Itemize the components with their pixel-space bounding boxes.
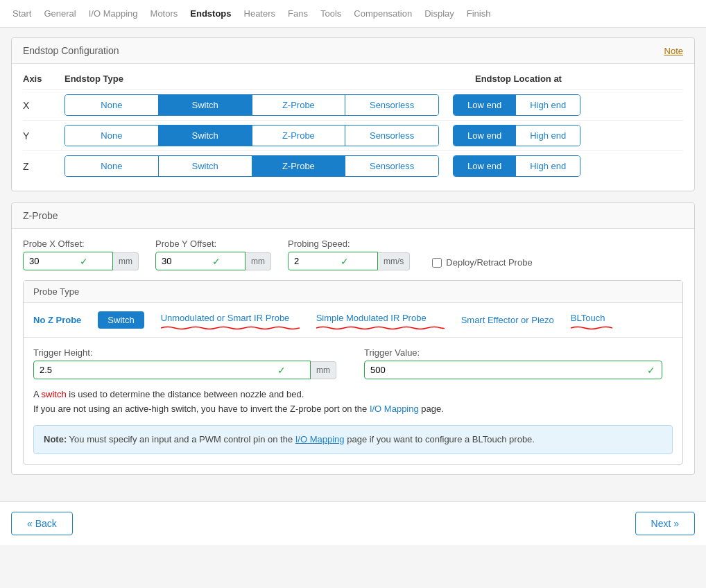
info-io-mapping-link[interactable]: I/O Mapping [370, 404, 419, 414]
location-group-y: Low end High end [453, 125, 580, 146]
top-nav: Start General I/O Mapping Motors Endstop… [0, 0, 706, 28]
type-switch-z[interactable]: Switch [159, 156, 252, 176]
probing-speed-group: Probing Speed: ✓ mm/s [288, 239, 410, 270]
nav-finish[interactable]: Finish [467, 8, 491, 19]
endstop-type-group-x: None Switch Z-Probe Sensorless [64, 94, 439, 116]
trigger-value-label: Trigger Value: [364, 347, 662, 358]
trigger-height-label: Trigger Height: [33, 347, 336, 358]
nav-fans[interactable]: Fans [288, 8, 308, 19]
endstop-card-title: Endstop Configuration [23, 45, 119, 56]
probing-speed-input[interactable] [288, 252, 378, 270]
note-box-strong: Note: [44, 434, 67, 444]
axis-label-z: Z [23, 161, 64, 172]
endstop-type-group-z: None Switch Z-Probe Sensorless [64, 155, 439, 177]
loc-low-y[interactable]: Low end [454, 126, 516, 146]
location-group-x: Low end High end [453, 94, 580, 116]
trigger-height-group: Trigger Height: ✓ mm [33, 347, 336, 379]
note-box: Note: You must specify an input and a PW… [33, 425, 673, 455]
type-sensorless-x[interactable]: Sensorless [345, 95, 438, 115]
probe-y-unit: mm [246, 252, 271, 270]
type-zprobe-z[interactable]: Z-Probe [252, 156, 346, 176]
probing-speed-label: Probing Speed: [288, 239, 410, 249]
type-switch-y[interactable]: Switch [159, 126, 252, 146]
probe-y-check-icon: ✓ [212, 256, 221, 267]
probing-speed-check-icon: ✓ [341, 256, 349, 267]
probe-tab-bltouch[interactable]: BLTouch [571, 310, 605, 326]
probing-speed-unit: mm/s [378, 252, 410, 270]
probe-y-offset-input[interactable] [155, 252, 246, 270]
probe-y-offset-group: Probe Y Offset: ✓ mm [155, 239, 271, 270]
probe-tab-switch[interactable]: Switch [98, 311, 144, 329]
type-sensorless-z[interactable]: Sensorless [345, 156, 438, 176]
trigger-height-input[interactable] [33, 361, 311, 379]
probe-tab-no-z-probe[interactable]: No Z Probe [33, 312, 81, 328]
note-io-mapping-link[interactable]: I/O Mapping [295, 434, 345, 444]
type-zprobe-y[interactable]: Z-Probe [252, 126, 346, 146]
trigger-value-group: Trigger Value: ✓ [364, 347, 662, 379]
loc-low-z[interactable]: Low end [454, 156, 516, 176]
col-header-type: Endstop Type [64, 74, 461, 84]
nav-tools[interactable]: Tools [320, 8, 341, 19]
type-sensorless-y[interactable]: Sensorless [345, 126, 438, 146]
type-switch-x[interactable]: Switch [159, 95, 252, 115]
endstop-card-header: Endstop Configuration Note [12, 38, 694, 64]
col-header-location: Endstop Location at [461, 74, 683, 84]
loc-high-y[interactable]: High end [516, 126, 580, 146]
type-none-x[interactable]: None [65, 95, 159, 115]
nav-compensation[interactable]: Compensation [354, 8, 412, 19]
loc-high-z[interactable]: High end [516, 156, 580, 176]
endstop-row-y: Y None Switch Z-Probe Sensorless Low end… [23, 120, 683, 150]
deploy-retract-checkbox[interactable] [432, 258, 442, 268]
nav-general[interactable]: General [44, 8, 76, 19]
nav-endstops[interactable]: Endstops [190, 8, 231, 19]
probe-type-tabs: No Z Probe Switch Unmodulated or Smart I… [24, 303, 682, 338]
nav-motors[interactable]: Motors [150, 8, 178, 19]
zprobe-card-header: Z-Probe [12, 203, 694, 229]
loc-high-x[interactable]: High end [516, 95, 580, 115]
next-button[interactable]: Next » [635, 512, 695, 535]
trigger-value-input[interactable] [364, 361, 662, 379]
probe-x-offset-group: Probe X Offset: ✓ mm [23, 239, 139, 270]
trigger-height-check-icon: ✓ [277, 365, 286, 376]
bottom-nav: « Back Next » [0, 501, 706, 545]
axis-label-y: Y [23, 130, 64, 141]
probe-y-offset-label: Probe Y Offset: [155, 239, 271, 249]
trigger-row: Trigger Height: ✓ mm Trigger [33, 347, 673, 379]
nav-display[interactable]: Display [424, 8, 454, 19]
probe-type-card: Probe Type No Z Probe Switch Unmodulated… [23, 280, 683, 465]
deploy-retract-label: Deploy/Retract Probe [446, 257, 532, 268]
location-group-z: Low end High end [453, 155, 580, 177]
probe-tab-unmodulated[interactable]: Unmodulated or Smart IR Probe [161, 310, 290, 326]
endstop-type-group-y: None Switch Z-Probe Sensorless [64, 125, 439, 146]
endstop-row-x: X None Switch Z-Probe Sensorless Low end… [23, 89, 683, 120]
nav-heaters[interactable]: Heaters [244, 8, 276, 19]
zprobe-card-body: Probe X Offset: ✓ mm Probe Y Offset: [12, 229, 694, 474]
deploy-retract-group: Deploy/Retract Probe [432, 257, 532, 270]
probing-speed-input-row: ✓ mm/s [288, 252, 410, 270]
probe-x-check-icon: ✓ [80, 256, 88, 267]
trigger-value-check-icon: ✓ [647, 365, 655, 376]
probe-type-body: Trigger Height: ✓ mm Trigger [24, 338, 682, 464]
zprobe-card: Z-Probe Probe X Offset: ✓ mm [11, 202, 695, 475]
simple-modulated-underline [316, 326, 445, 330]
type-none-y[interactable]: None [65, 126, 159, 146]
type-none-z[interactable]: None [65, 156, 159, 176]
probe-x-unit: mm [113, 252, 139, 270]
trigger-height-input-row: ✓ mm [33, 361, 336, 379]
nav-io-mapping[interactable]: I/O Mapping [89, 8, 138, 19]
type-zprobe-x[interactable]: Z-Probe [252, 95, 346, 115]
loc-low-x[interactable]: Low end [454, 95, 516, 115]
zprobe-card-title: Z-Probe [23, 210, 58, 221]
probe-tab-simple-modulated[interactable]: Simple Modulated IR Probe [316, 310, 427, 326]
back-button[interactable]: « Back [11, 512, 73, 535]
info-text: A switch is used to determine the distan… [33, 388, 673, 417]
nav-start[interactable]: Start [12, 8, 31, 19]
probe-y-offset-input-row: ✓ mm [155, 252, 271, 270]
trigger-height-unit: mm [311, 361, 336, 379]
probe-tab-smart-effector[interactable]: Smart Effector or Piezo [461, 312, 554, 328]
endstop-note-link[interactable]: Note [664, 46, 683, 56]
bltouch-underline [571, 326, 612, 330]
probe-x-offset-input[interactable] [23, 252, 113, 270]
info-switch-red: switch [42, 389, 67, 399]
probe-x-offset-label: Probe X Offset: [23, 239, 139, 249]
